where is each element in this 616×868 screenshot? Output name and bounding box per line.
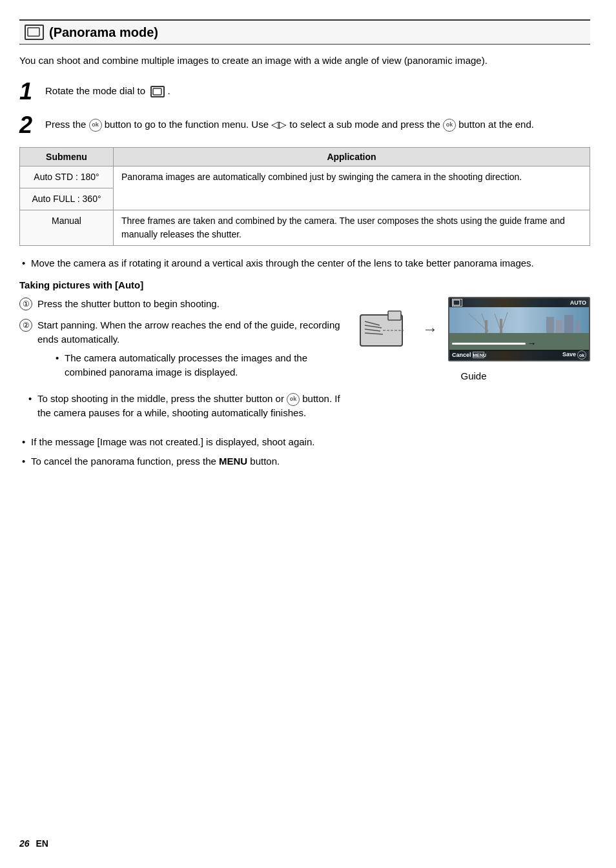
svg-rect-3 bbox=[153, 88, 161, 95]
bottom-bullet-1: If the message [Image was not created.] … bbox=[19, 435, 590, 450]
svg-rect-20 bbox=[500, 319, 502, 333]
svg-rect-22 bbox=[556, 320, 562, 333]
page-title: (Panorama mode) bbox=[49, 25, 158, 40]
progress-arrow-icon: → bbox=[527, 338, 536, 348]
sub-bullet-2: To stop shooting in the middle, press th… bbox=[28, 392, 344, 421]
menu-badge: MENU bbox=[473, 352, 484, 358]
bottom-bullet-2: To cancel the panorama function, press t… bbox=[19, 454, 590, 469]
submenu-auto-full: Auto FULL : 360° bbox=[20, 188, 114, 210]
ok-button-icon-2: ok bbox=[443, 119, 456, 132]
camera-diagram: → AUTO bbox=[357, 297, 590, 361]
application-manual: Three frames are taken and combined by t… bbox=[114, 210, 590, 245]
ok-button-icon-3: ok bbox=[287, 393, 300, 406]
step-1: 1 Rotate the mode dial to . bbox=[19, 80, 590, 103]
ok-button-icon: ok bbox=[89, 119, 102, 132]
menu-bold: MENU bbox=[219, 456, 247, 467]
taking-step-1-text: Press the shutter button to begin shooti… bbox=[37, 297, 220, 312]
taking-step-2: ② Start panning. When the arrow reaches … bbox=[19, 318, 344, 385]
steps-list: ① Press the shutter button to begin shoo… bbox=[19, 297, 344, 385]
table-row-auto-std: Auto STD : 180° Panorama images are auto… bbox=[20, 166, 590, 188]
note-bullet: Move the camera as if rotating it around… bbox=[19, 256, 590, 271]
save-label: Saveok bbox=[562, 350, 586, 359]
taking-pictures-layout: ① Press the shutter button to begin shoo… bbox=[19, 297, 590, 426]
col-application-header: Application bbox=[114, 147, 590, 166]
taking-pictures-title: Taking pictures with [Auto] bbox=[19, 279, 590, 290]
svg-rect-1 bbox=[28, 28, 39, 36]
progress-bar bbox=[452, 343, 526, 345]
auto-label: AUTO bbox=[570, 299, 586, 306]
panorama-preview: AUTO bbox=[448, 297, 590, 361]
step-2-number: 2 bbox=[19, 114, 39, 137]
taking-step-2-text: Start panning. When the arrow reaches th… bbox=[37, 319, 340, 345]
preview-top-bar: AUTO bbox=[449, 298, 589, 307]
col-submenu-header: Submenu bbox=[20, 147, 114, 166]
sub-bullet-1: The camera automatically processes the i… bbox=[56, 351, 344, 380]
sub-bullet-2-container: To stop shooting in the middle, press th… bbox=[28, 392, 344, 421]
step-2-text: Press the ok button to go to the functio… bbox=[45, 114, 534, 132]
progress-indicator: → bbox=[452, 338, 586, 348]
step-1-number: 1 bbox=[19, 80, 39, 103]
taking-pictures-left: ① Press the shutter button to begin shoo… bbox=[19, 297, 344, 426]
step-1-text: Rotate the mode dial to . bbox=[45, 80, 170, 99]
circle-num-1: ① bbox=[19, 298, 32, 310]
preview-pano-icon bbox=[452, 299, 462, 307]
submenu-auto-std: Auto STD : 180° bbox=[20, 166, 114, 188]
submenu-table: Submenu Application Auto STD : 180° Pano… bbox=[19, 147, 590, 246]
preview-bottom-bar: CancelMENU Saveok bbox=[449, 350, 589, 360]
svg-rect-21 bbox=[546, 317, 554, 333]
save-ok-badge: ok bbox=[577, 350, 586, 359]
cancel-label: CancelMENU bbox=[452, 352, 484, 359]
arrow-right-icon: → bbox=[422, 320, 438, 338]
application-auto: Panorama images are automatically combin… bbox=[114, 166, 590, 210]
submenu-manual: Manual bbox=[20, 210, 114, 245]
circle-num-2: ② bbox=[19, 319, 32, 332]
svg-rect-12 bbox=[453, 300, 460, 305]
panorama-mode-icon bbox=[25, 25, 44, 40]
guide-label: Guide bbox=[460, 370, 486, 381]
page-title-section: (Panorama mode) bbox=[19, 19, 590, 45]
table-row-manual: Manual Three frames are taken and combin… bbox=[20, 210, 590, 245]
step-2: 2 Press the ok button to go to the funct… bbox=[19, 114, 590, 137]
panorama-screen-container: AUTO bbox=[448, 297, 590, 361]
camera-small-icon bbox=[357, 308, 412, 350]
step-1-text-part: Rotate the mode dial to bbox=[45, 85, 145, 96]
lr-arrow-icon: ◁▷ bbox=[271, 117, 287, 132]
panorama-dial-icon bbox=[150, 86, 165, 97]
svg-rect-23 bbox=[564, 315, 573, 333]
svg-rect-24 bbox=[575, 321, 580, 333]
svg-rect-10 bbox=[388, 311, 401, 320]
page-number: 26 bbox=[19, 838, 30, 849]
page-footer: 26 EN bbox=[19, 838, 48, 849]
camera-icon-container bbox=[357, 308, 412, 350]
taking-step-1: ① Press the shutter button to begin shoo… bbox=[19, 297, 344, 312]
taking-pictures-right: → AUTO bbox=[357, 297, 590, 381]
bottom-bullets: If the message [Image was not created.] … bbox=[19, 435, 590, 469]
sub-bullets: The camera automatically processes the i… bbox=[56, 351, 344, 380]
svg-rect-19 bbox=[485, 320, 488, 333]
intro-text: You can shoot and combine multiple image… bbox=[19, 54, 590, 68]
page-unit: EN bbox=[36, 838, 48, 849]
